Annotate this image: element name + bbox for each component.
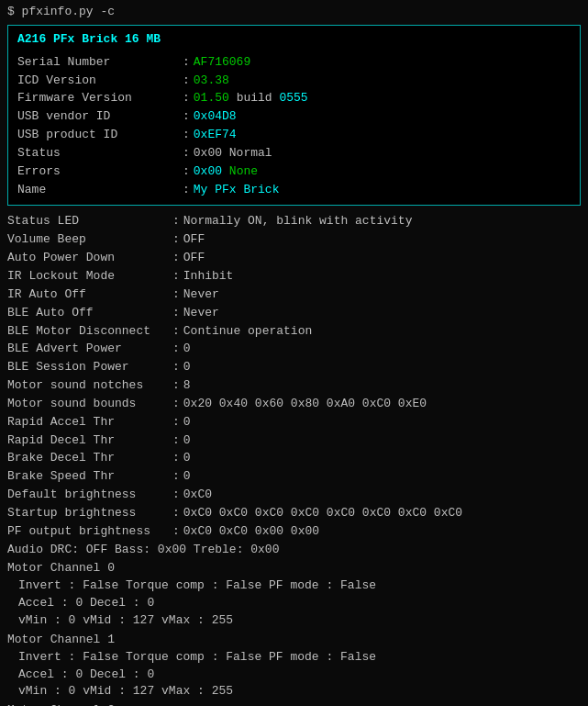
status-row: Status : 0x00 Normal: [17, 145, 571, 162]
ble-auto-off-row: BLE Auto Off : Never: [7, 305, 581, 322]
errors-row: Errors : 0x00 None: [17, 163, 571, 181]
motor-channel-0-title: Motor Channel 0: [7, 560, 581, 577]
usb-product-row: USB product ID : 0xEF74: [17, 127, 571, 144]
device-box: A216 PFx Brick 16 MB Serial Number : AF7…: [7, 25, 581, 207]
brake-decel-thr-row: Brake Decel Thr : 0: [7, 450, 581, 467]
default-brightness-row: Default brightness : 0xC0: [7, 487, 581, 504]
auto-power-down-row: Auto Power Down : OFF: [7, 250, 581, 267]
motor-channels: Motor Channel 0 Invert : False Torque co…: [7, 560, 581, 706]
status-led-row: Status LED : Normally ON, blink with act…: [7, 213, 581, 230]
pf-output-brightness-row: PF output brightness : 0xC0 0xC0 0x00 0x…: [7, 523, 581, 541]
ble-session-power-row: BLE Session Power : 0: [7, 359, 581, 376]
usb-vendor-row: USB vendor ID : 0x04D8: [17, 108, 571, 126]
brake-speed-thr-row: Brake Speed Thr : 0: [7, 468, 581, 486]
motor-channel-1-line1: Invert : False Torque comp : False PF mo…: [7, 649, 581, 667]
volume-beep-row: Volume Beep : OFF: [7, 231, 581, 249]
name-row: Name : My PFx Brick: [17, 182, 571, 199]
ble-advert-power-row: BLE Advert Power : 0: [7, 341, 581, 358]
motor-channel-1-title: Motor Channel 1: [7, 632, 581, 649]
ir-lockout-row: IR Lockout Mode : Inhibit: [7, 268, 581, 286]
title-bar: $ pfxinfo.py -c: [7, 4, 581, 21]
ble-motor-disconnect-row: BLE Motor Disconnect : Continue operatio…: [7, 323, 581, 341]
startup-brightness-row: Startup brightness : 0xC0 0xC0 0xC0 0xC0…: [7, 505, 581, 522]
audio-drc-row: Audio DRC: OFF Bass: 0x00 Treble: 0x00: [7, 542, 581, 559]
motor-channel-1-line2: Accel : 0 Decel : 0: [7, 667, 581, 684]
icd-version-row: ICD Version : 03.38: [17, 73, 571, 90]
motor-channel-0-line2: Accel : 0 Decel : 0: [7, 595, 581, 612]
motor-channel-0-line1: Invert : False Torque comp : False PF mo…: [7, 577, 581, 595]
firmware-version-row: Firmware Version : 01.50 build 0555: [17, 90, 571, 107]
motor-channel-2-title: Motor Channel 2: [7, 702, 581, 706]
ir-auto-off-row: IR Auto Off : Never: [7, 286, 581, 304]
motor-channel-0-line3: vMin : 0 vMid : 127 vMax : 255: [7, 612, 581, 630]
rapid-accel-thr-row: Rapid Accel Thr : 0: [7, 414, 581, 431]
motor-channel-1-line3: vMin : 0 vMid : 127 vMax : 255: [7, 683, 581, 700]
device-title: A216 PFx Brick 16 MB: [17, 31, 571, 49]
motor-sound-bounds-row: Motor sound bounds : 0x20 0x40 0x60 0x80…: [7, 396, 581, 413]
config-section: Status LED : Normally ON, blink with act…: [7, 213, 581, 558]
serial-number-row: Serial Number : AF716069: [17, 54, 571, 72]
rapid-decel-thr-row: Rapid Decel Thr : 0: [7, 432, 581, 450]
motor-sound-notches-row: Motor sound notches : 8: [7, 377, 581, 395]
